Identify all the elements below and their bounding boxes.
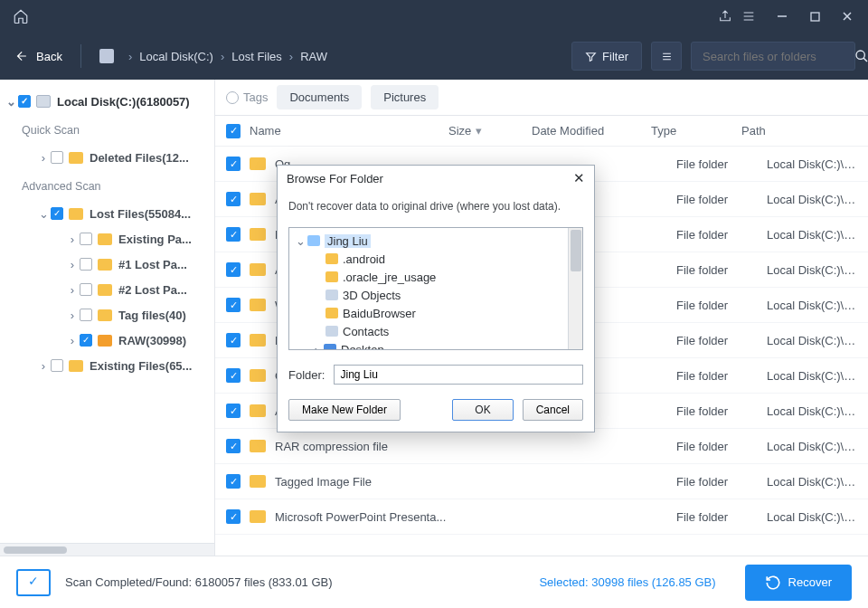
make-new-folder-button[interactable]: Make New Folder — [288, 399, 401, 421]
file-path: Local Disk(C:)\Lost F... — [767, 440, 857, 453]
checkbox[interactable] — [226, 192, 241, 206]
tree-item[interactable]: .oracle_jre_usage — [289, 268, 582, 286]
expand-icon[interactable]: › — [67, 283, 78, 297]
back-button[interactable]: Back — [13, 50, 62, 63]
col-name[interactable]: Name — [250, 124, 448, 138]
checkbox[interactable] — [226, 509, 241, 524]
collapse-icon[interactable]: ⌄ — [295, 234, 306, 248]
expand-icon[interactable]: › — [67, 309, 78, 322]
expand-icon[interactable]: › — [67, 233, 78, 246]
scrollbar-vertical[interactable] — [568, 228, 582, 349]
maximize-button[interactable] — [801, 4, 828, 29]
tree-item-desktop[interactable]: ›Desktop — [289, 340, 582, 350]
tree-item[interactable]: 3D Objects — [289, 286, 582, 304]
tree-label: #1 Lost Pa... — [118, 258, 187, 271]
folder-icon — [69, 208, 83, 220]
checkbox[interactable] — [226, 368, 241, 383]
col-type[interactable]: Type — [651, 124, 741, 138]
search-box[interactable] — [691, 42, 855, 71]
tree-item-lost[interactable]: ⌄ Lost Files(55084... — [0, 201, 214, 226]
folder-tree[interactable]: ⌄ Jing Liu .android .oracle_jre_usage 3D… — [288, 227, 583, 350]
select-all-checkbox[interactable] — [226, 124, 241, 138]
tree-item-deleted[interactable]: › Deleted Files(12... — [0, 145, 214, 170]
folder-icon — [69, 152, 83, 164]
home-icon[interactable] — [13, 8, 29, 24]
checkbox[interactable] — [226, 333, 241, 347]
checkbox[interactable] — [226, 439, 241, 453]
col-size[interactable]: Size▾ — [448, 124, 532, 138]
folder-input[interactable] — [334, 365, 583, 385]
user-icon — [307, 235, 320, 246]
tree-item-pack1[interactable]: › #1 Lost Pa... — [0, 252, 214, 277]
checkbox[interactable] — [80, 258, 92, 271]
file-path: Local Disk(C:)\Lost F... — [767, 475, 857, 489]
svg-point-1 — [856, 51, 864, 59]
chevron-right-icon: › — [128, 50, 132, 63]
col-path[interactable]: Path — [741, 124, 857, 138]
file-type: File folder — [676, 475, 767, 489]
collapse-icon[interactable]: ⌄ — [38, 207, 49, 221]
tab-documents[interactable]: Documents — [277, 85, 362, 109]
tree-item[interactable]: Contacts — [289, 322, 582, 340]
checkbox[interactable] — [80, 283, 92, 296]
filter-button[interactable]: Filter — [571, 42, 642, 71]
tree-item-existing-pa[interactable]: › Existing Pa... — [0, 226, 214, 252]
svg-rect-0 — [811, 13, 819, 21]
sort-icon: ▾ — [476, 124, 482, 138]
tree-item-user[interactable]: ⌄ Jing Liu — [289, 232, 582, 250]
file-path: Local Disk(C:)\Lost F... — [767, 193, 857, 206]
dialog-title-bar[interactable]: Browse For Folder ✕ — [278, 166, 594, 191]
tree-item-tag[interactable]: › Tag files(40) — [0, 302, 214, 328]
crumb-item[interactable]: RAW — [300, 50, 327, 63]
breadcrumb[interactable]: › Local Disk(C:) › Lost Files › RAW — [99, 49, 327, 63]
crumb-item[interactable]: Local Disk(C:) — [139, 50, 213, 63]
search-input[interactable] — [703, 50, 854, 63]
checkbox[interactable] — [226, 262, 241, 277]
scan-status: Scan Completed/Found: 6180057 files (833… — [65, 575, 333, 589]
tree-root[interactable]: ⌄ Local Disk(C:)(6180057) — [0, 89, 214, 114]
table-row[interactable]: Tagged Image FileFile folderLocal Disk(C… — [215, 464, 868, 499]
expand-icon[interactable]: › — [38, 359, 49, 373]
file-type: File folder — [676, 263, 767, 277]
checkbox[interactable] — [226, 157, 241, 171]
checkbox[interactable] — [51, 151, 63, 164]
checkbox[interactable] — [51, 359, 63, 372]
expand-icon[interactable]: › — [67, 334, 78, 347]
checkbox[interactable] — [226, 404, 241, 418]
search-icon[interactable] — [854, 49, 868, 63]
table-row[interactable]: Microsoft PowerPoint Presenta...File fol… — [215, 499, 868, 535]
crumb-item[interactable]: Lost Files — [231, 50, 282, 63]
close-button[interactable] — [834, 4, 861, 29]
scrollbar-horizontal[interactable] — [0, 543, 214, 556]
view-list-button[interactable] — [651, 42, 682, 71]
collapse-icon[interactable]: ⌄ — [5, 95, 16, 109]
ok-button[interactable]: OK — [452, 399, 513, 421]
checkbox[interactable] — [226, 474, 241, 489]
checkbox[interactable] — [80, 334, 92, 347]
expand-icon[interactable]: › — [311, 343, 322, 351]
tree-item[interactable]: .android — [289, 250, 582, 268]
checkbox[interactable] — [18, 95, 31, 108]
checkbox[interactable] — [80, 309, 92, 321]
checkbox[interactable] — [226, 227, 241, 242]
titlebar — [0, 0, 868, 33]
tree-item[interactable]: BaiduBrowser — [289, 304, 582, 322]
close-icon[interactable]: ✕ — [573, 170, 585, 186]
tab-pictures[interactable]: Pictures — [371, 85, 439, 109]
minimize-button[interactable] — [769, 4, 796, 29]
checkbox[interactable] — [226, 298, 241, 312]
share-icon[interactable] — [718, 9, 732, 24]
tree-item-pack2[interactable]: › #2 Lost Pa... — [0, 277, 214, 302]
tree-item-existing-files[interactable]: › Existing Files(65... — [0, 353, 214, 378]
menu-icon[interactable] — [741, 9, 756, 24]
folder-icon — [250, 404, 266, 417]
col-date[interactable]: Date Modified — [532, 124, 651, 138]
table-row[interactable]: RAR compression fileFile folderLocal Dis… — [215, 429, 868, 464]
cancel-button[interactable]: Cancel — [523, 399, 583, 421]
checkbox[interactable] — [51, 207, 63, 220]
expand-icon[interactable]: › — [67, 258, 78, 271]
recover-button[interactable]: Recover — [745, 565, 852, 601]
expand-icon[interactable]: › — [38, 151, 49, 165]
checkbox[interactable] — [80, 233, 92, 245]
tree-item-raw[interactable]: › RAW(30998) — [0, 328, 214, 353]
